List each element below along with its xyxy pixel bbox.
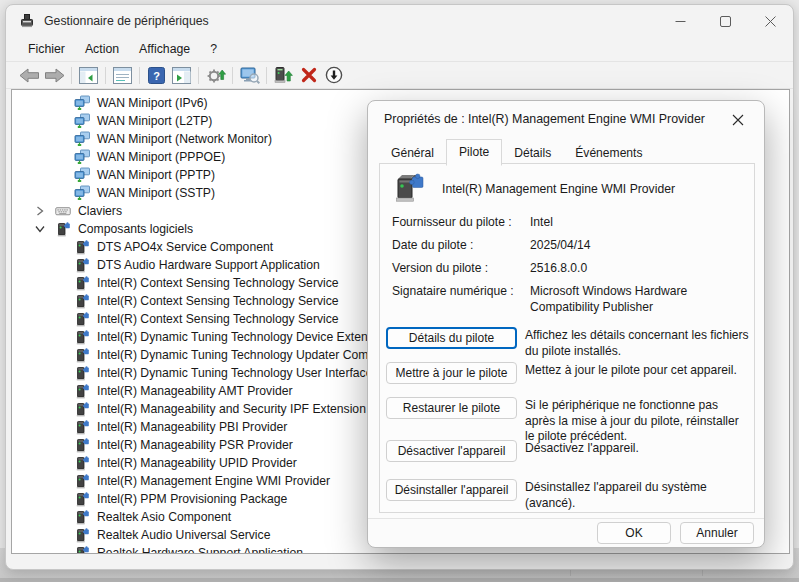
properties-icon	[113, 67, 132, 84]
software-icon	[74, 293, 90, 309]
console-tree-button[interactable]	[76, 64, 101, 87]
software-icon	[74, 257, 90, 273]
uninstall-button[interactable]	[296, 64, 321, 87]
tree-item-label: DTS Audio Hardware Support Application	[97, 256, 320, 274]
software-icon	[74, 455, 90, 471]
network-icon	[74, 95, 90, 111]
tab-pilote[interactable]: Pilote	[446, 139, 502, 166]
chevron-right-icon[interactable]	[32, 203, 48, 219]
tree-item-label: Intel(R) Management Engine WMI Provider	[97, 472, 330, 490]
action-pane-button[interactable]	[169, 64, 194, 87]
chevron-down-icon[interactable]	[32, 221, 48, 237]
tab-general[interactable]: Général	[379, 142, 446, 165]
tree-item-label: Realtek Audio Universal Service	[97, 526, 270, 544]
software-component-large-icon	[390, 170, 428, 208]
console-tree-icon	[79, 67, 98, 84]
uninstall-device-button[interactable]: Désinstaller l'appareil	[386, 479, 517, 501]
network-icon	[74, 149, 90, 165]
toolbar-separator	[232, 67, 233, 84]
toolbar-separator	[105, 67, 106, 84]
tree-item-label: DTS APO4x Service Component	[97, 238, 273, 256]
cancel-button[interactable]: Annuler	[680, 522, 754, 544]
maximize-button[interactable]	[703, 5, 748, 37]
action-pane-icon	[172, 67, 191, 84]
software-icon	[74, 491, 90, 507]
properties-button[interactable]	[110, 64, 135, 87]
software-icon	[74, 401, 90, 417]
menu-item-aide[interactable]: ?	[200, 39, 227, 59]
driver-info-value: Microsoft Windows Hardware Compatibility…	[530, 284, 748, 315]
tree-item-label: WAN Miniport (PPPOE)	[97, 148, 225, 166]
network-icon	[74, 131, 90, 147]
disable-device-icon	[325, 66, 343, 84]
driver-info-label: Signataire numérique :	[392, 284, 530, 315]
software-icon	[74, 419, 90, 435]
toolbar-separator	[266, 67, 267, 84]
update-driver-description: Mettez à jour le pilote pour cet apparei…	[525, 363, 751, 379]
driver-info-value: Intel	[530, 215, 748, 231]
window-controls	[658, 5, 793, 37]
tree-item-label: Intel(R) Dynamic Tuning Technology Devic…	[97, 328, 377, 346]
rollback-driver-button[interactable]: Restaurer le pilote	[386, 397, 517, 419]
driver-info-label: Date du pilote :	[392, 238, 530, 254]
forward-arrow-button[interactable]	[42, 64, 67, 87]
dialog-footer: OK Annuler	[368, 518, 764, 547]
dialog-titlebar: Propriétés de : Intel(R) Management Engi…	[368, 101, 764, 137]
close-button[interactable]	[748, 5, 793, 37]
driver-info-row: Fournisseur du pilote :Intel	[392, 215, 748, 231]
disable-device-button[interactable]: Désactiver l'appareil	[386, 440, 517, 462]
tree-item-label: WAN Miniport (PPTP)	[97, 166, 215, 184]
menu-item-fichier[interactable]: Fichier	[18, 39, 75, 59]
driver-info-row: Date du pilote :2025/04/14	[392, 238, 748, 254]
update-driver-button[interactable]: Mettre à jour le pilote	[386, 362, 517, 384]
software-icon	[74, 509, 90, 525]
software-icon	[74, 275, 90, 291]
toolbar: ?	[6, 62, 793, 89]
maximize-icon	[720, 16, 731, 27]
tree-item-label: Intel(R) Manageability and Security IPF …	[97, 400, 382, 418]
software-icon	[55, 221, 71, 237]
ok-button[interactable]: OK	[597, 522, 671, 544]
tree-item-label: Intel(R) Dynamic Tuning Technology User …	[97, 364, 372, 382]
help-button[interactable]: ?	[144, 64, 169, 87]
update-driver-button[interactable]	[271, 64, 296, 87]
tab-page-pilote: Intel(R) Management Engine WMI Provider …	[379, 163, 755, 513]
network-icon	[74, 167, 90, 183]
software-icon	[74, 365, 90, 381]
driver-details-button[interactable]: Détails du pilote	[386, 327, 517, 349]
toolbar-separator	[71, 67, 72, 84]
computer-search-icon	[240, 67, 260, 84]
dialog-close-icon	[732, 114, 744, 126]
back-arrow-button[interactable]	[17, 64, 42, 87]
network-icon	[74, 185, 90, 201]
tree-item-label: Intel(R) Manageability AMT Provider	[97, 382, 293, 400]
dialog-close-button[interactable]	[722, 108, 754, 132]
uninstall-icon	[301, 67, 317, 83]
help-icon: ?	[148, 67, 165, 84]
tree-item-label: Claviers	[78, 202, 122, 220]
toolbar-separator	[198, 67, 199, 84]
device-manager-app-icon	[19, 13, 35, 29]
forward-arrow-icon	[44, 67, 65, 84]
minimize-button[interactable]	[658, 5, 703, 37]
rollback-driver-description: Si le périphérique ne fonctionne pas apr…	[525, 398, 751, 445]
driver-info-label: Fournisseur du pilote :	[392, 215, 530, 231]
tab-evenements[interactable]: Événements	[563, 142, 654, 165]
properties-dialog: Propriétés de : Intel(R) Management Engi…	[367, 100, 765, 548]
menu-item-action[interactable]: Action	[75, 39, 129, 59]
tab-details[interactable]: Détails	[502, 142, 563, 165]
minimize-icon	[675, 16, 686, 27]
software-icon	[74, 527, 90, 543]
menu-bar: FichierActionAffichage?	[6, 37, 793, 62]
tree-item-label: Realtek Asio Component	[97, 508, 231, 526]
computer-search-button[interactable]	[237, 64, 262, 87]
scan-hardware-button[interactable]	[203, 64, 228, 87]
driver-info-row: Version du pilote :2516.8.0.0	[392, 261, 748, 277]
dialog-title: Propriétés de : Intel(R) Management Engi…	[384, 112, 705, 126]
scan-hardware-icon	[206, 66, 226, 84]
disable-device-button[interactable]	[321, 64, 346, 87]
menu-item-affichage[interactable]: Affichage	[129, 39, 200, 59]
tree-item-label: Composants logiciels	[78, 220, 193, 238]
tree-item-label: Intel(R) Context Sensing Technology Serv…	[97, 274, 339, 292]
window-title: Gestionnaire de périphériques	[44, 14, 209, 28]
